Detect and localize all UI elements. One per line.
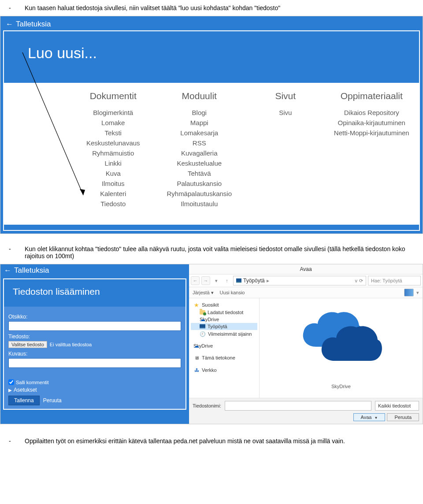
dialog-body: ★ Suosikit Ladatut tiedostot ☁ SkyDrive … bbox=[189, 298, 423, 398]
arrow-left-icon: ← bbox=[4, 266, 11, 275]
nav-up-icon[interactable]: ↑ bbox=[223, 276, 231, 285]
tree-desktop[interactable]: Työpöytä bbox=[191, 323, 257, 330]
chevron-down-icon[interactable]: v bbox=[355, 278, 358, 284]
list-item[interactable]: Blogimerkintä bbox=[70, 107, 156, 118]
list-item[interactable]: Keskustelunavaus bbox=[70, 138, 156, 148]
chevron-down-icon[interactable]: ▾ bbox=[212, 276, 221, 285]
bullet-3: - Oppilaitten työt on esimerkiksi erittä… bbox=[0, 437, 423, 445]
luo-uusi-screenshot: ← Talletuksia Luo uusi... DokumentitBlog… bbox=[0, 16, 423, 234]
file-status: Ei valittua tiedostoa bbox=[50, 342, 92, 347]
list-item[interactable]: Sivu bbox=[242, 107, 329, 118]
left-form: ← Talletuksia Tiedoston lisääminen Otsik… bbox=[0, 264, 189, 424]
search-placeholder: Hae: Työpöytä bbox=[371, 278, 402, 283]
allow-comments-checkbox[interactable] bbox=[8, 379, 14, 385]
folder-icon bbox=[200, 310, 205, 315]
list-item[interactable]: Kuvagalleria bbox=[156, 148, 243, 158]
list-item[interactable]: Linkki bbox=[70, 158, 156, 168]
chevron-down-icon[interactable]: ▾ bbox=[416, 290, 419, 296]
bullet-1: - Kun taasen haluat tiedostoja sivullesi… bbox=[0, 4, 423, 11]
dash: - bbox=[4, 437, 17, 445]
column-list: BlogimerkintäLomakeTekstiKeskustelunavau… bbox=[70, 107, 156, 209]
allow-comments-row[interactable]: Salli kommentit bbox=[8, 379, 181, 385]
chevron-down-icon: ▼ bbox=[375, 416, 378, 420]
list-item[interactable]: Dikaios Repository bbox=[329, 107, 415, 118]
panel-title: Luo uusi... bbox=[4, 36, 419, 83]
tree-downloads[interactable]: Ladatut tiedostot bbox=[191, 309, 257, 316]
choose-file-button[interactable]: Valitse tiedosto bbox=[8, 341, 47, 348]
column-heading: Sivut bbox=[242, 91, 329, 101]
list-item[interactable]: Teksti bbox=[70, 128, 156, 138]
tree-favorites[interactable]: ★ Suosikit bbox=[191, 301, 257, 309]
desktop-icon bbox=[236, 278, 241, 283]
list-item[interactable]: Netti-Moppi-kirjautuminen bbox=[329, 128, 415, 138]
list-item[interactable]: Mappi bbox=[156, 118, 243, 128]
columns: DokumentitBlogimerkintäLomakeTekstiKesku… bbox=[4, 83, 419, 225]
dash: - bbox=[4, 245, 17, 259]
list-item[interactable]: Ilmoitus bbox=[70, 178, 156, 189]
label-otsikko: Otsikko: bbox=[8, 314, 181, 320]
list-item[interactable]: Tiedosto bbox=[70, 199, 156, 209]
column-2: SivutSivu bbox=[242, 91, 329, 209]
tree-skydrive[interactable]: ☁ SkyDrive bbox=[191, 316, 257, 323]
folder-tree: ★ Suosikit Ladatut tiedostot ☁ SkyDrive … bbox=[189, 298, 260, 398]
column-heading: Moduulit bbox=[156, 91, 243, 101]
cancel-link[interactable]: Peruuta bbox=[43, 397, 62, 404]
list-item[interactable]: Blogi bbox=[156, 107, 243, 118]
file-dialog: Avaa ← → ▾ ↑ Työpöytä ▸ v ⟳ Hae: Työpöyt… bbox=[189, 264, 423, 424]
white-panel: Luo uusi... DokumentitBlogimerkintäLomak… bbox=[3, 30, 420, 231]
list-item[interactable]: Ilmoitustaulu bbox=[156, 199, 243, 209]
bullet-2: - Kun olet klikannut kohtaa "tiedosto" t… bbox=[0, 245, 423, 259]
settings-row[interactable]: ▶ Asetukset bbox=[8, 387, 181, 393]
list-item[interactable]: RSS bbox=[156, 138, 243, 148]
view-mode-icon[interactable] bbox=[404, 289, 414, 296]
back-bar[interactable]: ← Talletuksia bbox=[3, 19, 420, 30]
otsikko-input[interactable] bbox=[8, 321, 181, 331]
dialog-toolbar: Järjestä ▾ Uusi kansio ▾ bbox=[189, 287, 423, 298]
list-item[interactable]: Ryhmäpalautuskansio bbox=[156, 189, 243, 199]
open-button[interactable]: Avaa ▼ bbox=[353, 413, 386, 421]
list-item[interactable]: Opinaika-kirjautuminen bbox=[329, 118, 415, 128]
desktop-icon bbox=[200, 324, 205, 329]
filename-input[interactable] bbox=[225, 401, 371, 411]
dash: - bbox=[4, 4, 17, 11]
refresh-icon[interactable]: ⟳ bbox=[359, 278, 363, 284]
filename-label: Tiedostonimi: bbox=[193, 403, 221, 408]
list-item[interactable]: Tehtävä bbox=[156, 168, 243, 178]
search-input[interactable]: Hae: Työpöytä bbox=[368, 276, 421, 285]
address-bar[interactable]: Työpöytä ▸ v ⟳ bbox=[233, 276, 366, 285]
column-list: BlogiMappiLomakesarjaRSSKuvagalleriaKesk… bbox=[156, 107, 243, 209]
breadcrumb-desktop: Työpöytä bbox=[243, 278, 265, 284]
dialog-cancel-button[interactable]: Peruuta bbox=[387, 413, 419, 421]
list-item[interactable]: Kalenteri bbox=[70, 189, 156, 199]
dialog-title: Avaa bbox=[189, 264, 423, 274]
dialog-footer: Tiedostonimi: Kaikki tiedostot bbox=[189, 398, 423, 413]
save-button[interactable]: Tallenna bbox=[8, 396, 40, 405]
list-item[interactable]: Keskustelualue bbox=[156, 158, 243, 168]
list-item[interactable]: Lomakesarja bbox=[156, 128, 243, 138]
bullet-2-text: Kun olet klikannut kohtaa "tiedosto" tul… bbox=[17, 245, 419, 259]
organize-menu[interactable]: Järjestä ▾ bbox=[193, 290, 214, 296]
nav-back-icon[interactable]: ← bbox=[191, 276, 200, 285]
list-item[interactable]: Lomake bbox=[70, 118, 156, 128]
back-label-2: Talletuksia bbox=[14, 266, 49, 275]
star-icon: ★ bbox=[193, 302, 200, 308]
tree-network[interactable]: 🖧 Verkko bbox=[191, 366, 257, 374]
cloud-icon: ☁ bbox=[200, 316, 206, 322]
form-buttons: Tallenna Peruuta bbox=[8, 396, 181, 405]
kuvaus-input[interactable] bbox=[8, 358, 181, 368]
list-item[interactable]: Palautuskansio bbox=[156, 178, 243, 189]
filetype-select[interactable]: Kaikki tiedostot bbox=[375, 401, 419, 411]
file-preview-pane: SkyDrive bbox=[260, 298, 423, 398]
list-item[interactable]: Ryhmämuistio bbox=[70, 148, 156, 158]
bullet-1-text: Kun taasen haluat tiedostoja sivullesi, … bbox=[17, 4, 419, 11]
column-1: ModuulitBlogiMappiLomakesarjaRSSKuvagall… bbox=[156, 91, 243, 209]
nav-fwd-icon[interactable]: → bbox=[201, 276, 210, 285]
new-folder-button[interactable]: Uusi kansio bbox=[220, 290, 245, 296]
list-item[interactable]: Kuva bbox=[70, 168, 156, 178]
recent-icon: 🕘 bbox=[200, 331, 206, 337]
dialog-buttons: Avaa ▼ Peruuta bbox=[189, 413, 423, 424]
tree-recent[interactable]: 🕘 Viimeisimmät sijainn bbox=[191, 330, 257, 338]
tree-skydrive-root[interactable]: ☁ SkyDrive bbox=[191, 342, 257, 349]
back-bar-2[interactable]: ← Talletuksia bbox=[0, 264, 189, 277]
tree-this-pc[interactable]: 🖥 Tämä tietokone bbox=[191, 354, 257, 362]
